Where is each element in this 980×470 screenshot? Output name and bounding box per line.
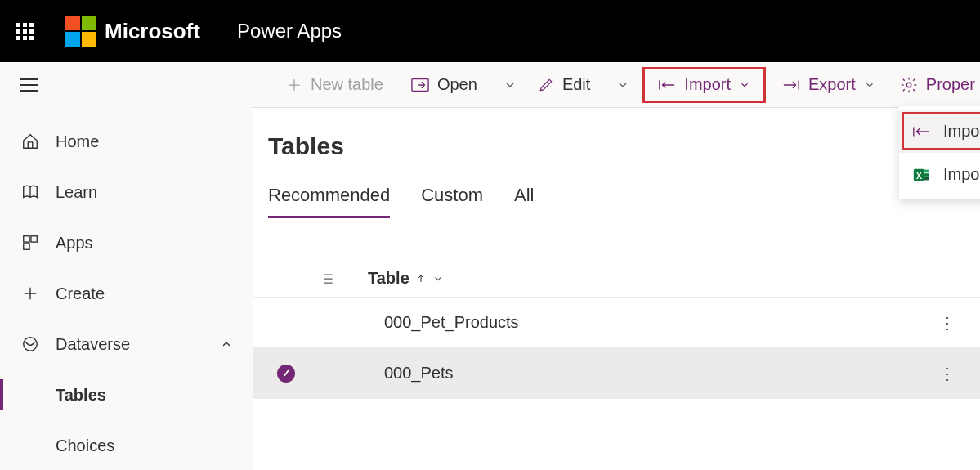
table-row[interactable]: 000_Pets ⋮	[253, 348, 980, 399]
sidebar-item-create[interactable]: Create	[0, 268, 253, 319]
sidebar-subitem-label: Choices	[56, 436, 114, 455]
microsoft-wordmark: Microsoft	[105, 19, 200, 44]
sidebar-item-learn[interactable]: Learn	[0, 167, 253, 217]
excel-icon: X	[911, 166, 932, 184]
svg-text:X: X	[916, 171, 922, 180]
svg-rect-8	[924, 169, 929, 172]
button-label: Edit	[562, 75, 590, 94]
new-table-button[interactable]: New table	[278, 69, 392, 101]
svg-point-3	[24, 338, 38, 351]
pencil-icon	[538, 77, 554, 93]
tab-custom[interactable]: Custom	[421, 185, 483, 218]
chevron-up-icon	[220, 338, 233, 351]
import-icon	[658, 78, 676, 92]
svg-rect-10	[924, 177, 929, 180]
hamburger-icon	[20, 78, 38, 92]
row-more-button[interactable]: ⋮	[939, 364, 955, 383]
export-button[interactable]: Export	[774, 69, 884, 101]
plus-icon	[286, 77, 302, 93]
menuitem-label: Import data from Excel	[943, 165, 980, 184]
open-button[interactable]: Open	[403, 69, 486, 101]
book-icon	[20, 181, 41, 203]
tab-recommended[interactable]: Recommended	[268, 185, 390, 218]
microsoft-logo: Microsoft	[65, 16, 200, 47]
svg-rect-9	[924, 173, 929, 177]
import-excel-menuitem[interactable]: X Import data from Excel	[899, 153, 980, 196]
sidebar-item-dataverse[interactable]: Dataverse	[0, 319, 253, 369]
button-label: Open	[437, 75, 477, 94]
sidebar-item-label: Home	[56, 132, 99, 151]
sidebar-subitem-choices[interactable]: Choices	[0, 420, 253, 470]
command-bar: New table Open Edit	[253, 62, 980, 108]
properties-button[interactable]: Proper	[892, 69, 980, 101]
sidebar-subitem-tables[interactable]: Tables	[0, 369, 253, 420]
table-cell-name[interactable]: 000_Pet_Products	[384, 313, 519, 332]
import-button[interactable]: Import	[650, 69, 758, 101]
menuitem-label: Import data	[943, 122, 980, 141]
button-label: Import	[684, 75, 731, 94]
top-header: Microsoft Power Apps	[0, 0, 980, 62]
microsoft-logo-icon	[65, 16, 96, 47]
app-launcher-button[interactable]	[0, 23, 49, 40]
app-name: Power Apps	[237, 20, 342, 43]
button-label: New table	[311, 75, 383, 94]
table-header-row: Table	[253, 260, 980, 298]
row-checkbox[interactable]	[270, 365, 302, 383]
plus-icon	[20, 283, 41, 304]
list-icon[interactable]	[319, 271, 351, 287]
sidebar-item-label: Dataverse	[56, 335, 130, 354]
table-row[interactable]: 000_Pet_Products ⋮	[253, 298, 980, 348]
export-icon	[782, 78, 800, 92]
dataverse-icon	[20, 333, 41, 355]
import-dropdown-menu: Import data X Import data from Excel	[899, 106, 980, 199]
button-label: Proper	[926, 75, 975, 94]
edit-split-chevron[interactable]	[608, 78, 638, 92]
sidebar-item-label: Learn	[56, 183, 97, 202]
open-icon	[411, 78, 429, 92]
sidebar-item-label: Create	[56, 284, 105, 303]
page-title: Tables	[268, 132, 965, 160]
chevron-down-icon	[432, 273, 444, 284]
edit-button[interactable]: Edit	[530, 69, 598, 101]
tabs: Recommended Custom All	[268, 185, 965, 219]
svg-rect-0	[24, 236, 29, 242]
sidebar-item-label: Apps	[56, 234, 93, 253]
column-header-table[interactable]: Table	[368, 269, 444, 288]
svg-point-5	[906, 83, 911, 87]
import-button-highlight: Import	[642, 67, 766, 103]
table-cell-name[interactable]: 000_Pets	[384, 364, 454, 383]
sidebar-item-home[interactable]: Home	[0, 116, 253, 167]
svg-rect-2	[24, 244, 29, 249]
tab-all[interactable]: All	[514, 185, 534, 218]
sidebar-subitem-label: Tables	[56, 386, 106, 405]
collapse-sidebar-button[interactable]	[0, 70, 253, 100]
import-icon	[911, 125, 932, 138]
chevron-down-icon	[739, 79, 750, 91]
button-label: Export	[808, 75, 856, 94]
apps-icon	[20, 232, 41, 253]
chevron-down-icon	[864, 79, 875, 91]
gear-icon	[900, 76, 918, 94]
svg-rect-1	[31, 236, 37, 242]
checked-icon	[277, 365, 295, 383]
open-split-chevron[interactable]	[495, 78, 525, 92]
waffle-icon	[16, 23, 34, 40]
sidebar-item-apps[interactable]: Apps	[0, 217, 253, 268]
home-icon	[20, 131, 41, 152]
sidebar: Home Learn Apps Create	[0, 62, 253, 470]
row-more-button[interactable]: ⋮	[939, 313, 955, 333]
import-data-menuitem[interactable]: Import data	[899, 110, 980, 153]
sort-asc-icon	[416, 273, 426, 284]
